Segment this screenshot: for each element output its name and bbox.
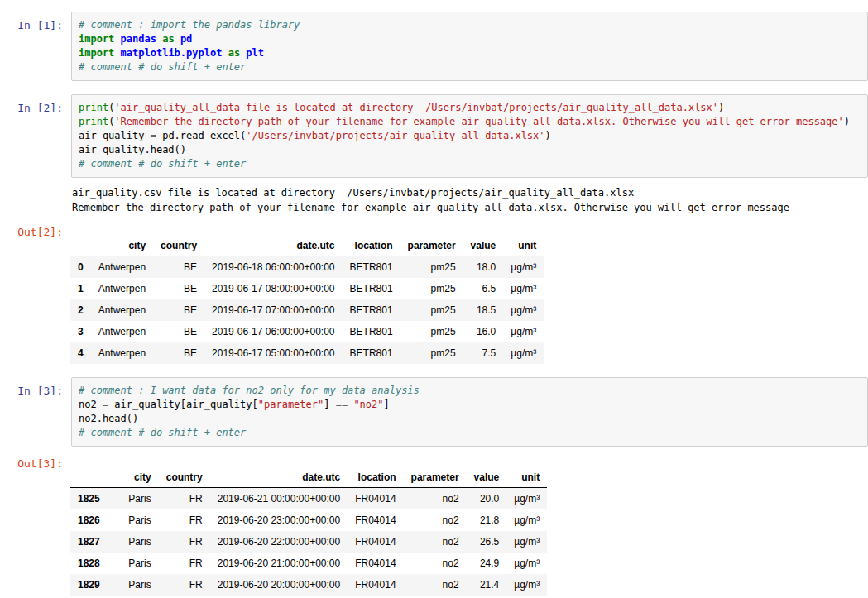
table-cell: FR [159,488,210,510]
column-header: country [153,237,204,256]
table-cell: 2019-06-20 21:00:00+00:00 [210,553,348,574]
table-cell: BETR801 [343,342,400,364]
code-token [114,47,120,59]
table-cell: pm25 [400,299,463,321]
code-cell-3: In [3]: # comment : I want data for no2 … [0,377,868,596]
cell-input-row: In [3]: # comment : I want data for no2 … [0,377,868,447]
table-cell: µg/m³ [506,488,547,510]
table-cell: FR04014 [348,531,403,553]
table-cell: 18.5 [463,299,504,321]
table-cell: Antwerpen [91,299,153,321]
column-header: date.utc [204,237,342,256]
stdout-text: air_quality.csv file is located at direc… [72,178,868,215]
table-cell: FR [159,574,210,596]
table-cell: Paris [108,574,159,596]
cell-input-row: In [1]: # comment : import the pandas li… [0,12,868,81]
table-header-row: citycountrydate.utclocationparametervalu… [70,237,544,256]
code-editor[interactable]: print('air_quality_all_data file is loca… [71,94,868,178]
input-prompt: In [2]: [0,94,71,115]
column-header: unit [506,468,547,488]
column-header: date.utc [210,468,348,488]
table-row: 1829ParisFR2019-06-20 20:00:00+00:00FR04… [70,574,547,596]
row-index: 0 [70,256,91,279]
code-token: matplotlib.pyplot [121,47,223,59]
code-token: air_quality[air_quality[ [108,399,258,410]
code-editor[interactable]: # comment : I want data for no2 only for… [71,377,868,447]
table-cell: 20.0 [467,488,507,510]
code-token: # comment # do shift + enter [79,427,246,438]
code-token: no2.head() [79,413,138,424]
table-cell: Antwerpen [91,342,153,364]
output-prompt: Out[2]: [0,223,71,239]
table-cell: no2 [404,531,467,553]
table-cell: 2019-06-17 07:00:00+00:00 [204,299,342,321]
table-cell: FR04014 [348,574,403,596]
table-cell: 6.5 [463,278,504,299]
code-token: import [79,33,114,45]
table-cell: FR04014 [348,509,403,531]
code-token [175,33,180,45]
output-prompt: Out[3]: [0,455,71,471]
code-token: "parameter" [258,399,324,410]
row-index: 3 [70,321,91,342]
input-prompt: In [1]: [0,12,71,32]
table-row: 1826ParisFR2019-06-20 23:00:00+00:00FR04… [70,509,547,531]
code-token: "no2" [353,399,383,410]
output-area: citycountrydate.utclocationparametervalu… [71,223,868,364]
cell-input-row: In [2]: print('air_quality_all_data file… [0,94,868,178]
code-token [222,47,228,59]
table-cell: Paris [108,531,159,553]
column-header: country [159,468,210,488]
code-block: # comment : import the pandas libraryimp… [79,18,861,74]
table-cell: µg/m³ [503,342,544,364]
table-cell: Antwerpen [91,321,153,342]
table-row: 4AntwerpenBE2019-06-17 05:00:00+00:00BET… [70,342,544,364]
table-cell: BETR801 [343,256,400,279]
code-token: ] [384,399,390,410]
table-cell: FR04014 [348,488,403,510]
table-cell: µg/m³ [506,531,547,553]
code-line: # comment # do shift + enter [79,60,861,74]
code-token: as [228,47,240,59]
table-cell: 26.5 [467,531,507,553]
code-token: air_quality.head() [79,144,186,155]
code-token: # comment # do shift + enter [79,158,246,170]
table-cell: BETR801 [343,299,400,321]
output-area: citycountrydate.utclocationparametervalu… [71,455,868,596]
code-token: # comment : import the pandas library [79,19,300,31]
code-token: # comment : I want data for no2 only for… [79,385,420,396]
stdout-line: Remember the directory path of your file… [72,200,868,215]
table-cell: 2019-06-21 00:00:00+00:00 [210,488,348,510]
row-index: 1829 [70,574,108,596]
row-index: 1827 [70,531,108,553]
table-cell: pm25 [400,256,463,279]
column-header [70,237,91,256]
table-cell: 16.0 [463,321,504,342]
table-cell: µg/m³ [503,256,544,279]
table-cell: 2019-06-20 23:00:00+00:00 [210,509,348,531]
code-token: air_quality [79,130,151,141]
column-header: city [108,468,159,488]
code-line: # comment # do shift + enter [79,157,861,171]
table-cell: µg/m³ [506,553,547,574]
table-cell: 24.9 [467,553,507,574]
code-editor[interactable]: # comment : import the pandas libraryimp… [71,12,868,81]
table-cell: 2019-06-18 06:00:00+00:00 [204,256,342,279]
table-cell: 2019-06-17 05:00:00+00:00 [204,342,342,364]
table-cell: BE [153,299,204,321]
code-token: plt [246,47,264,59]
table-row: 2AntwerpenBE2019-06-17 07:00:00+00:00BET… [70,299,544,321]
dataframe: citycountrydate.utclocationparametervalu… [70,237,544,364]
code-token: = [151,130,156,141]
table-cell: BETR801 [343,278,400,299]
row-index: 4 [70,342,91,364]
code-token: 'Remember the directory path of your fil… [114,116,843,127]
table-cell: BE [153,256,204,279]
code-line: # comment # do shift + enter [79,426,861,440]
code-token: pd.read_excel( [156,130,246,141]
stdout-line: air_quality.csv file is located at direc… [72,185,868,200]
table-row: 0AntwerpenBE2019-06-18 06:00:00+00:00BET… [70,256,544,279]
code-token: pandas [121,33,156,45]
code-line: print('air_quality_all_data file is loca… [79,101,861,115]
table-cell: µg/m³ [506,574,547,596]
